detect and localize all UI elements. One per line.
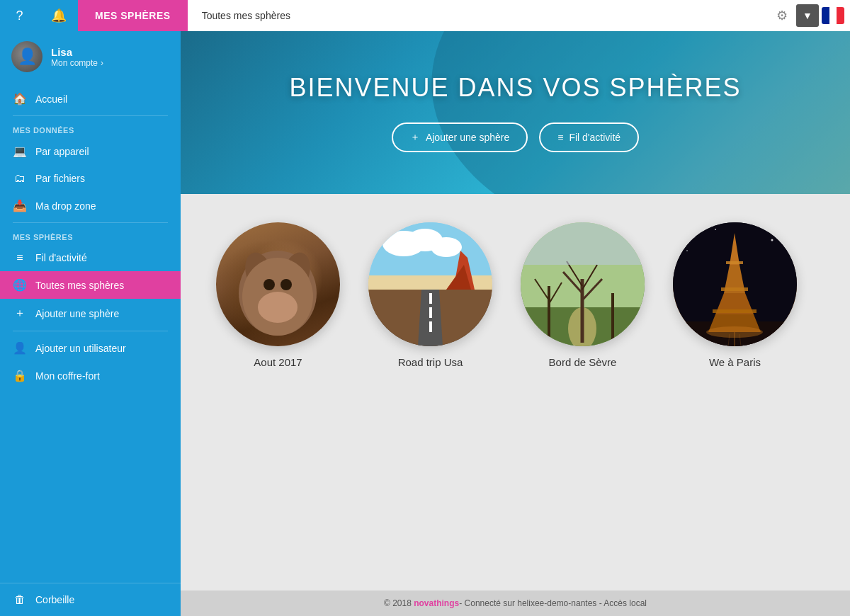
- svg-point-39: [686, 250, 688, 251]
- user-profile[interactable]: 👤 Lisa Mon compte ›: [0, 31, 181, 82]
- sphere-label-roadtrip: Road trip Usa: [398, 356, 463, 368]
- topbar: ? 🔔 MES SPHÈRES Toutes mes sphères ⚙ ▼: [0, 0, 850, 31]
- svg-point-6: [258, 292, 298, 323]
- chevron-down-icon[interactable]: ▼: [796, 4, 819, 27]
- roadtrip-illustration: [368, 222, 492, 346]
- svg-rect-47: [713, 309, 756, 313]
- svg-point-37: [771, 239, 774, 241]
- svg-rect-13: [429, 293, 432, 304]
- footer: © 2018 novathings - Connecté sur helixee…: [181, 591, 850, 616]
- bord-illustration: [521, 222, 645, 346]
- paris-illustration: [673, 222, 797, 346]
- dropzone-icon: 📥: [13, 199, 27, 212]
- svg-point-5: [280, 279, 292, 290]
- user-add-icon: 👤: [13, 341, 27, 355]
- sidebar-nav: 🏠 Accueil MES DONNÉES 💻 Par appareil 🗂 P…: [0, 82, 181, 583]
- sidebar-item-ajouter-utilisateur[interactable]: 👤 Ajouter un utilisateur: [0, 334, 181, 362]
- home-icon: 🏠: [13, 92, 27, 105]
- sidebar-item-accueil[interactable]: 🏠 Accueil: [0, 85, 181, 113]
- sidebar-item-drop-zone[interactable]: 📥 Ma drop zone: [0, 192, 181, 219]
- spheres-area: Aout 2017: [181, 194, 850, 591]
- settings-icon[interactable]: ⚙: [771, 4, 793, 27]
- svg-rect-14: [429, 307, 432, 318]
- sidebar-item-label: Ajouter un utilisateur: [35, 343, 126, 354]
- sidebar-item-ajouter-sphere[interactable]: ＋ Ajouter une sphère: [0, 299, 181, 328]
- breadcrumb: Toutes mes sphères: [188, 0, 765, 31]
- svg-point-4: [264, 279, 275, 290]
- sidebar-item-label: Mon coffre-fort: [35, 370, 100, 382]
- device-icon: 💻: [13, 144, 27, 158]
- corbeille-label: Corbeille: [35, 594, 74, 605]
- mes-donnees-section: MES DONNÉES: [0, 119, 181, 137]
- user-name: Lisa: [51, 46, 103, 58]
- sidebar-item-label: Ma drop zone: [35, 200, 96, 212]
- sidebar-item-label: Fil d'activité: [35, 252, 87, 263]
- hero-actions: ＋ Ajouter une sphère ≡ Fil d'activité: [392, 122, 639, 152]
- sidebar-item-par-fichiers[interactable]: 🗂 Par fichiers: [0, 165, 181, 192]
- sphere-circle-roadtrip: [368, 222, 492, 346]
- svg-rect-46: [721, 287, 748, 291]
- sphere-label-bord: Bord de Sèvre: [549, 356, 617, 368]
- mes-spheres-section: MES SPHÈRES: [0, 226, 181, 244]
- main-layout: 👤 Lisa Mon compte › 🏠 Accueil MES DONNÉE…: [0, 31, 850, 616]
- sidebar-item-fil-activite[interactable]: ≡ Fil d'activité: [0, 244, 181, 271]
- french-flag-icon[interactable]: [822, 7, 844, 24]
- sidebar-item-label: Accueil: [35, 93, 67, 105]
- sidebar-item-corbeille[interactable]: 🗑 Corbeille: [0, 583, 181, 616]
- bell-icon[interactable]: 🔔: [39, 8, 78, 23]
- lock-icon: 🔒: [13, 369, 27, 382]
- svg-point-36: [715, 229, 716, 230]
- sidebar-item-label: Ajouter une sphère: [35, 308, 119, 319]
- svg-point-35: [693, 236, 696, 238]
- sidebar-item-par-appareil[interactable]: 💻 Par appareil: [0, 137, 181, 165]
- topbar-right: ⚙ ▼: [765, 0, 850, 31]
- sphere-label-aout2017: Aout 2017: [254, 356, 302, 368]
- sidebar-item-label: Par fichiers: [35, 173, 85, 184]
- plus-icon: ＋: [410, 131, 420, 144]
- activity-feed-button[interactable]: ≡ Fil d'activité: [539, 122, 639, 152]
- sidebar-item-label: Par appareil: [35, 146, 89, 157]
- svg-rect-29: [521, 222, 645, 265]
- sidebar-item-label: Toutes mes sphères: [35, 280, 124, 291]
- sidebar-item-coffre-fort[interactable]: 🔒 Mon coffre-fort: [0, 362, 181, 389]
- avatar: 👤: [11, 41, 42, 72]
- files-icon: 🗂: [13, 172, 27, 185]
- list-icon: ≡: [13, 251, 27, 264]
- sidebar: 👤 Lisa Mon compte › 🏠 Accueil MES DONNÉE…: [0, 31, 181, 616]
- sphere-circle-paris: [673, 222, 797, 346]
- mes-spheres-tab[interactable]: MES SPHÈRES: [78, 0, 188, 31]
- svg-point-38: [786, 232, 787, 234]
- footer-brand: novathings: [414, 598, 459, 608]
- add-sphere-button[interactable]: ＋ Ajouter une sphère: [392, 122, 528, 152]
- hero-title: BIENVENUE DANS VOS SPHÈRES: [289, 73, 741, 103]
- list-icon: ≡: [557, 132, 563, 143]
- content-area: BIENVENUE DANS VOS SPHÈRES ＋ Ajouter une…: [181, 31, 850, 616]
- globe-icon: 🌐: [13, 278, 27, 292]
- help-icon[interactable]: ?: [0, 8, 39, 23]
- sidebar-item-toutes-spheres[interactable]: 🌐 Toutes mes sphères: [0, 271, 181, 299]
- sphere-circle-bord: [521, 222, 645, 346]
- hero-banner: BIENVENUE DANS VOS SPHÈRES ＋ Ajouter une…: [181, 31, 850, 194]
- sphere-aout2017[interactable]: Aout 2017: [216, 222, 340, 368]
- sphere-bord[interactable]: Bord de Sèvre: [521, 222, 645, 368]
- sphere-circle-aout2017: [216, 222, 340, 346]
- svg-rect-15: [429, 321, 432, 332]
- user-account-link[interactable]: Mon compte ›: [51, 58, 103, 68]
- cow-illustration: [216, 222, 340, 346]
- trash-icon: 🗑: [13, 593, 27, 606]
- svg-point-18: [431, 237, 462, 257]
- spheres-grid: Aout 2017: [216, 222, 815, 368]
- sphere-paris[interactable]: We à Paris: [673, 222, 797, 368]
- sphere-roadtrip[interactable]: Road trip Usa: [368, 222, 492, 368]
- svg-rect-45: [726, 261, 743, 264]
- plus-icon: ＋: [13, 306, 27, 321]
- sphere-label-paris: We à Paris: [709, 356, 761, 368]
